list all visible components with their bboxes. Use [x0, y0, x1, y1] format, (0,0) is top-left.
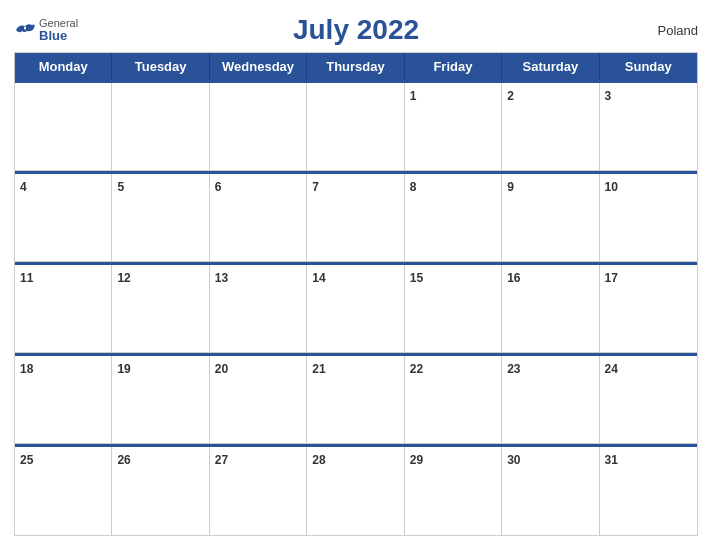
- day-cell-10: 10: [600, 174, 697, 262]
- day-header-thursday: Thursday: [307, 53, 404, 80]
- calendar-title: July 2022: [293, 14, 419, 46]
- week-row-1: 1 2 3: [15, 80, 697, 171]
- logo-area: General Blue: [14, 18, 78, 42]
- calendar-header: General Blue July 2022 Poland: [14, 10, 698, 46]
- day-cell-4: 4: [15, 174, 112, 262]
- calendar-grid: Monday Tuesday Wednesday Thursday Friday…: [14, 52, 698, 536]
- empty-cell: [307, 83, 404, 171]
- day-cell-21: 21: [307, 356, 404, 444]
- day-cell-17: 17: [600, 265, 697, 353]
- week-row-4: 18 19 20 21 22 23 24: [15, 353, 697, 444]
- day-cell-25: 25: [15, 447, 112, 535]
- day-cell-1: 1: [405, 83, 502, 171]
- day-cell-12: 12: [112, 265, 209, 353]
- day-header-sunday: Sunday: [600, 53, 697, 80]
- logo-bird-icon: [14, 22, 36, 38]
- day-header-friday: Friday: [405, 53, 502, 80]
- empty-cell: [15, 83, 112, 171]
- day-cell-8: 8: [405, 174, 502, 262]
- day-header-monday: Monday: [15, 53, 112, 80]
- day-cell-20: 20: [210, 356, 307, 444]
- day-cell-6: 6: [210, 174, 307, 262]
- empty-cell: [112, 83, 209, 171]
- week-row-2: 4 5 6 7 8 9 10: [15, 171, 697, 262]
- day-cell-11: 11: [15, 265, 112, 353]
- day-cell-31: 31: [600, 447, 697, 535]
- logo-blue-text: Blue: [39, 29, 78, 42]
- day-cell-27: 27: [210, 447, 307, 535]
- day-cell-19: 19: [112, 356, 209, 444]
- day-cell-5: 5: [112, 174, 209, 262]
- day-header-tuesday: Tuesday: [112, 53, 209, 80]
- day-cell-28: 28: [307, 447, 404, 535]
- day-cell-18: 18: [15, 356, 112, 444]
- day-cell-14: 14: [307, 265, 404, 353]
- day-cell-26: 26: [112, 447, 209, 535]
- day-cell-24: 24: [600, 356, 697, 444]
- calendar-wrapper: General Blue July 2022 Poland Monday Tue…: [0, 0, 712, 550]
- day-cell-13: 13: [210, 265, 307, 353]
- week-row-5: 25 26 27 28 29 30 31: [15, 444, 697, 535]
- day-cell-7: 7: [307, 174, 404, 262]
- day-header-wednesday: Wednesday: [210, 53, 307, 80]
- empty-cell: [210, 83, 307, 171]
- day-cell-22: 22: [405, 356, 502, 444]
- country-label: Poland: [658, 23, 698, 38]
- day-cell-30: 30: [502, 447, 599, 535]
- day-cell-29: 29: [405, 447, 502, 535]
- day-cell-3: 3: [600, 83, 697, 171]
- day-cell-2: 2: [502, 83, 599, 171]
- calendar-header-row: Monday Tuesday Wednesday Thursday Friday…: [15, 53, 697, 80]
- day-cell-9: 9: [502, 174, 599, 262]
- day-cell-23: 23: [502, 356, 599, 444]
- day-header-saturday: Saturday: [502, 53, 599, 80]
- day-cell-16: 16: [502, 265, 599, 353]
- week-row-3: 11 12 13 14 15 16 17: [15, 262, 697, 353]
- day-cell-15: 15: [405, 265, 502, 353]
